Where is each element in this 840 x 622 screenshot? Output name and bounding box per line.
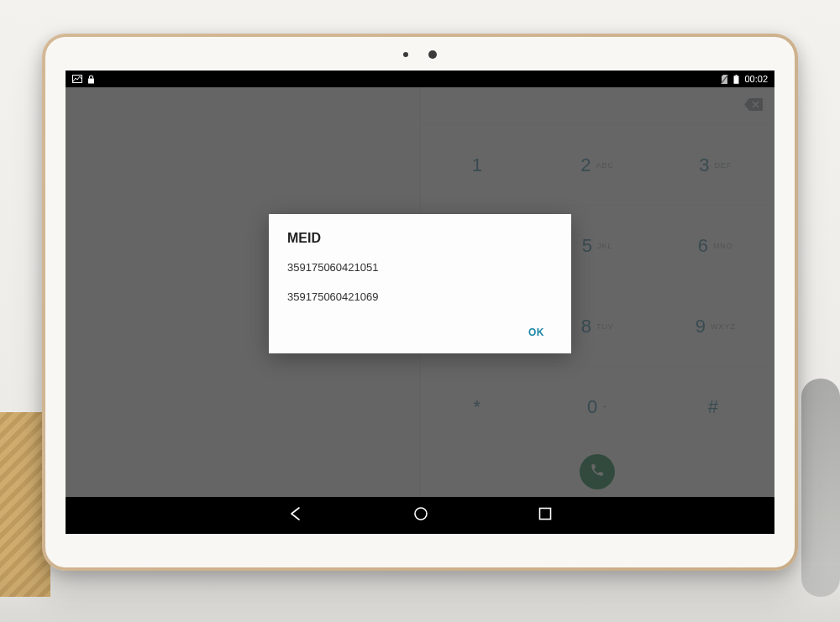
nav-back-button[interactable] <box>288 506 303 525</box>
svg-rect-1 <box>88 78 94 83</box>
dialog-title: MEID <box>287 231 553 246</box>
picture-icon <box>72 75 82 83</box>
back-icon <box>288 506 303 525</box>
battery-icon <box>733 75 739 84</box>
camera-lens <box>428 50 437 59</box>
app-area: 1 2ABC 3DEF 4GHI 5JKL 6MNO 7PQRS 8TUV 9W… <box>66 87 774 497</box>
screen: 00:02 1 2ABC <box>66 71 774 534</box>
lock-icon <box>87 75 95 84</box>
decor-shadow <box>0 563 840 622</box>
tablet-bezel: 00:02 1 2ABC <box>45 37 795 567</box>
svg-rect-0 <box>73 76 82 83</box>
navigation-bar <box>66 497 774 534</box>
recent-icon <box>538 507 552 524</box>
camera-sensor <box>403 52 408 57</box>
nav-home-button[interactable] <box>412 505 429 525</box>
svg-point-7 <box>415 508 427 520</box>
svg-rect-3 <box>736 75 738 76</box>
status-bar: 00:02 <box>66 71 774 87</box>
svg-rect-4 <box>734 76 739 84</box>
meid-dialog: MEID 359175060421051 359175060421069 OK <box>269 214 571 353</box>
nav-recent-button[interactable] <box>538 507 552 524</box>
ok-button[interactable]: OK <box>520 320 553 345</box>
home-icon <box>412 505 429 525</box>
svg-rect-8 <box>540 509 551 520</box>
status-time: 00:02 <box>744 74 768 84</box>
tablet-frame: 00:02 1 2ABC <box>42 34 798 571</box>
no-sim-icon <box>721 75 728 84</box>
meid-value-2: 359175060421069 <box>287 290 553 303</box>
meid-value-1: 359175060421051 <box>287 261 553 274</box>
